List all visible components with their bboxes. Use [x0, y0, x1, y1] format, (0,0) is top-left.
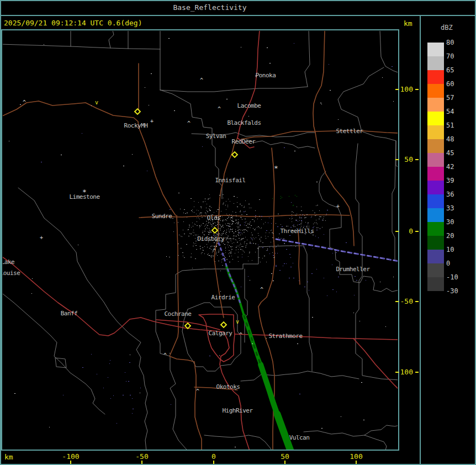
station-diamond-marker [232, 152, 237, 157]
city-label-vulcan: Vulcan [289, 434, 310, 441]
plus-marker: + [40, 235, 43, 241]
city-label-lake: Lake [1, 258, 15, 266]
county-boundary-line [304, 246, 312, 371]
county-boundary-line [0, 292, 105, 414]
county-boundary-line [364, 425, 399, 435]
county-boundary-line [245, 269, 247, 342]
county-boundary-line [204, 435, 272, 451]
colorbar-cell [427, 250, 444, 263]
county-boundary-line [160, 90, 222, 199]
county-boundary-line [356, 144, 399, 380]
v-marker: v [236, 319, 239, 325]
city-label-rockymh: RockyMH [124, 122, 148, 129]
colorbar-threshold-label: 39 [446, 177, 454, 184]
caret-marker: ^ [200, 77, 203, 83]
y-axis-tick-label: 0 [409, 227, 413, 235]
county-boundary-line [380, 30, 399, 73]
city-label-banff: Banff [61, 310, 78, 317]
radar-map-canvas[interactable]: PonokaLacombeBlackfaldsSylvanRedDeerStet… [0, 0, 420, 465]
colorbar-threshold-label: 36 [446, 191, 454, 198]
county-boundary-line [338, 67, 399, 167]
window-border-top [0, 0, 476, 1]
colorbar-cell [427, 153, 444, 167]
colorbar-threshold-label: 54 [446, 108, 454, 115]
city-label-didsbury: Didsbury [198, 235, 225, 242]
plus-marker: + [150, 118, 154, 124]
city-label-olds: Olds [207, 214, 221, 221]
secondary-road-line [214, 138, 237, 318]
ground-clutter-speckles [9, 38, 394, 447]
caret-marker: ^ [23, 99, 26, 105]
city-label-drumheller: Drumheller [336, 266, 370, 273]
x-axis-tick-label: 100 [350, 452, 362, 461]
caret-marker: ^ [213, 248, 216, 254]
secondary-road-line [315, 133, 354, 246]
county-boundary-line [0, 44, 160, 49]
caret-marker: ^ [260, 287, 263, 293]
station-diamond-marker [221, 322, 226, 327]
colorbar-threshold-label: -10 [446, 273, 458, 281]
highway-line [353, 339, 399, 390]
city-label-lacombe: Lacombe [237, 102, 261, 109]
x-axis-tick-label: 50 [281, 452, 289, 461]
colorbar-cell [427, 236, 444, 250]
caret-marker: ^ [196, 388, 199, 394]
colorbar-threshold-label: 80 [446, 39, 454, 46]
colorbar-cell [427, 194, 444, 208]
plus-marker: + [336, 203, 340, 209]
colorbar-cell [427, 181, 444, 194]
colorbar-unit-label: dBZ [441, 24, 453, 31]
asterisk-marker: * [82, 188, 87, 196]
city-label-innisfail: Innisfail [215, 177, 245, 184]
asterisk-marker: * [274, 164, 278, 172]
county-boundary-line [204, 246, 304, 269]
title-bar[interactable]: Base_Reflectivity [0, 0, 476, 16]
county-boundary-line [160, 87, 308, 92]
city-label-sylvan: Sylvan [206, 133, 226, 140]
colorbar-threshold-label: 0 [446, 260, 450, 267]
colorbar-threshold-label: 70 [446, 52, 454, 60]
county-boundary-line [18, 188, 147, 451]
caret-marker: ^ [163, 352, 167, 358]
colorbar-threshold-label: 57 [446, 94, 454, 102]
colorbar-threshold-label: 51 [446, 121, 454, 129]
city-label-highriver: HighRiver [222, 407, 253, 414]
window-border-left [0, 0, 1, 465]
county-boundary-line [246, 139, 315, 148]
y-axis-tick-label: 100 [400, 85, 413, 93]
county-boundary-line [305, 30, 310, 87]
city-label-threehills: ThreeHills [280, 228, 314, 235]
x-axis-tick-label: -50 [135, 452, 148, 461]
window-title: Base_Reflectivity [0, 0, 420, 15]
colorbar-cell [427, 98, 444, 112]
city-label-blackfalds: Blackfalds [227, 119, 261, 126]
secondary-road-line [313, 30, 325, 133]
county-boundary-line [156, 269, 204, 451]
colorbar-panel: dBZ 807065605754514845423936333020100-10… [420, 15, 476, 465]
secondary-road-line [241, 131, 399, 139]
colorbar-cell [427, 139, 444, 153]
secondary-road-line [170, 215, 202, 451]
city-label-sundre: Sundre [152, 213, 172, 220]
city-label-louise: Louise [0, 270, 20, 277]
colorbar-cell [427, 167, 444, 181]
radar-app-window: Base_Reflectivity 2025/09/21 09:12:14 UT… [0, 0, 476, 465]
colorbar-threshold-label: 20 [446, 232, 454, 240]
colorbar-cell [427, 208, 444, 222]
secondary-road-line [139, 127, 176, 215]
highway-line [235, 334, 399, 340]
caret-marker: ^ [218, 106, 221, 112]
colorbar-cell [427, 277, 444, 291]
y-axis-tick-label: -50 [400, 297, 413, 305]
colorbar-cell [427, 56, 444, 70]
station-diamond-marker [135, 109, 140, 114]
city-label-reddeer: RedDeer [232, 138, 256, 145]
colorbar-cell [427, 125, 444, 139]
colorbar-threshold-label: 10 [446, 246, 454, 253]
colorbar-threshold-label: 30 [446, 218, 454, 226]
colorbar-cell [427, 112, 444, 125]
colorbar-threshold-label: 60 [446, 80, 454, 88]
city-label-calgary: Calgary [209, 330, 233, 337]
secondary-road-line [298, 231, 300, 284]
city-label-okotoks: Okotoks [216, 383, 240, 390]
